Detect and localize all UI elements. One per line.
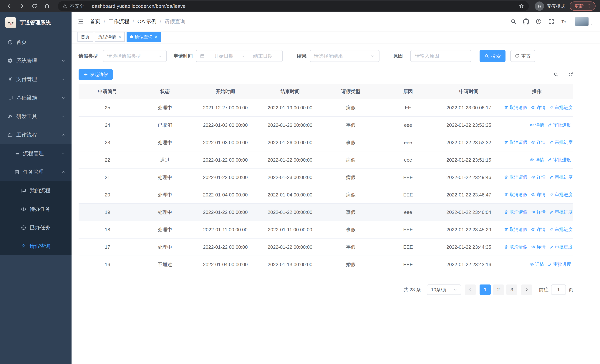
prev-page-button[interactable] [465, 284, 476, 295]
question-icon [535, 18, 542, 25]
security-chip[interactable]: 不安全 [62, 3, 88, 9]
cancel-link-label: 取消请假 [510, 226, 527, 233]
progress-link[interactable]: 审批进度 [548, 122, 571, 128]
search-button[interactable]: 搜索 [479, 50, 506, 62]
progress-link[interactable]: 审批进度 [549, 104, 572, 111]
next-page-button[interactable] [521, 284, 532, 295]
sidebar-item-home[interactable]: 首页 [0, 33, 72, 52]
detail-link[interactable]: 详情 [530, 261, 544, 267]
page-button-1[interactable]: 1 [479, 284, 491, 295]
progress-link-label: 审批进度 [555, 209, 572, 215]
breadcrumb-item[interactable]: 工作流程 [109, 18, 129, 25]
address-bar[interactable]: 不安全 dashboard.yudao.iocoder.cn/bpm/oa/le… [58, 1, 529, 11]
browser-forward-button[interactable] [17, 1, 27, 11]
result-select[interactable]: 请选择流结果 [310, 50, 379, 62]
progress-link[interactable]: 审批进度 [549, 209, 572, 215]
incognito-label: 无痕模式 [547, 3, 565, 9]
page-button-3[interactable]: 3 [506, 284, 517, 295]
tab-请假查询[interactable]: 请假查询× [127, 32, 161, 42]
leave-type-select[interactable]: 请选择请假类型 [103, 50, 167, 62]
progress-link[interactable]: 审批进度 [548, 157, 571, 163]
eye-icon [531, 105, 535, 110]
chevron-left-icon [468, 287, 473, 292]
logo[interactable]: 芋道管理系统 [0, 12, 72, 33]
create-leave-button[interactable]: 发起请假 [79, 69, 113, 80]
detail-link[interactable]: 详情 [531, 226, 545, 233]
cancel-link[interactable]: 取消请假 [504, 139, 527, 145]
browser-toolbar: 不安全 dashboard.yudao.iocoder.cn/bpm/oa/le… [0, 0, 600, 12]
sidebar-toggle-button[interactable] [77, 18, 84, 25]
detail-link[interactable]: 详情 [531, 174, 545, 180]
cancel-link[interactable]: 取消请假 [504, 226, 527, 233]
sidebar-item-workflow[interactable]: 工作流程 [0, 126, 72, 144]
menu-dots-icon[interactable] [586, 3, 592, 9]
progress-link[interactable]: 审批进度 [548, 261, 571, 267]
breadcrumb-item[interactable]: OA 示例 [138, 18, 157, 25]
fullscreen-button[interactable] [548, 18, 554, 25]
user-menu[interactable] [575, 17, 594, 26]
header-search-button[interactable] [510, 18, 517, 25]
sidebar-item-system[interactable]: 系统管理 [0, 52, 72, 70]
cancel-link[interactable]: 取消请假 [504, 174, 527, 180]
cell-status: 通过 [136, 151, 193, 169]
browser-reload-button[interactable] [30, 1, 39, 11]
detail-link[interactable]: 详情 [531, 209, 545, 215]
browser-home-button[interactable] [42, 1, 52, 11]
cancel-link[interactable]: 取消请假 [504, 192, 527, 197]
cell-reason: eee [379, 134, 437, 151]
sidebar-item-devtools[interactable]: 研发工具 [0, 107, 72, 126]
column-header: 开始时间 [193, 84, 257, 99]
cancel-link[interactable]: 取消请假 [504, 209, 527, 215]
detail-link[interactable]: 详情 [530, 157, 544, 163]
browser-back-button[interactable] [4, 1, 14, 11]
progress-link[interactable]: 审批进度 [549, 192, 572, 197]
table-refresh-icon[interactable] [568, 72, 573, 77]
total-count: 共 23 条 [403, 287, 421, 293]
close-icon[interactable]: × [154, 35, 158, 39]
cancel-link[interactable]: 取消请假 [504, 104, 527, 111]
progress-link[interactable]: 审批进度 [549, 174, 572, 180]
breadcrumb-item: 请假查询 [165, 18, 185, 25]
detail-link[interactable]: 详情 [531, 192, 545, 197]
progress-link[interactable]: 审批进度 [549, 244, 572, 250]
sidebar-item-infra[interactable]: 基础设施 [0, 89, 72, 107]
apply-time-range-picker[interactable]: 开始日期 - 结束日期 [196, 50, 283, 62]
bookmark-star-button[interactable] [518, 3, 525, 9]
table-search-icon[interactable] [553, 72, 559, 77]
leave-table: 申请编号状态开始时间结束时间请假类型原因申请时间操作 25处理中2021-12-… [79, 84, 573, 273]
detail-link[interactable]: 详情 [531, 139, 545, 145]
page-size-select[interactable]: 10条/页 [427, 284, 461, 295]
close-icon[interactable]: × [118, 35, 121, 39]
detail-link[interactable]: 详情 [530, 122, 544, 128]
sidebar-item-payment[interactable]: 支付管理 [0, 70, 72, 89]
table-row: 18处理中2022-01-11 00:00:002022-01-11 00:00… [79, 221, 573, 238]
reset-button[interactable]: 重置 [510, 50, 535, 62]
font-size-button[interactable] [561, 18, 567, 25]
case-icon [7, 132, 13, 138]
tab-首页[interactable]: 首页 [77, 32, 93, 42]
browser-update-button[interactable]: 更新 [570, 1, 596, 11]
start-date-placeholder: 开始日期 [208, 53, 240, 59]
cancel-link[interactable]: 取消请假 [504, 244, 527, 250]
sidebar-item-todo-tasks[interactable]: 待办任务 [0, 200, 72, 218]
github-button[interactable] [523, 18, 529, 25]
progress-link[interactable]: 审批进度 [549, 226, 572, 233]
breadcrumb-item[interactable]: 首页 [90, 18, 100, 25]
sidebar-item-process-mgmt[interactable]: 流程管理 [0, 144, 72, 163]
goto-page-input[interactable] [551, 284, 566, 295]
sidebar-item-label: 工作流程 [16, 131, 37, 139]
search-icon [484, 54, 489, 58]
detail-link[interactable]: 详情 [531, 104, 545, 111]
sidebar-item-my-process[interactable]: 我的流程 [0, 181, 72, 200]
page-button-2[interactable]: 2 [493, 284, 504, 295]
sidebar-item-done-tasks[interactable]: 已办任务 [0, 218, 72, 237]
cell-id: 22 [79, 151, 136, 169]
help-button[interactable] [535, 18, 542, 25]
detail-link[interactable]: 详情 [531, 244, 545, 250]
detail-link-label: 详情 [537, 104, 545, 111]
progress-link[interactable]: 审批进度 [549, 139, 572, 145]
sidebar-item-leave-query[interactable]: 请假查询 [0, 237, 72, 255]
sidebar-item-task-mgmt[interactable]: 任务管理 [0, 163, 72, 181]
tab-流程详情[interactable]: 流程详情× [95, 32, 125, 42]
reason-input[interactable] [410, 50, 471, 62]
